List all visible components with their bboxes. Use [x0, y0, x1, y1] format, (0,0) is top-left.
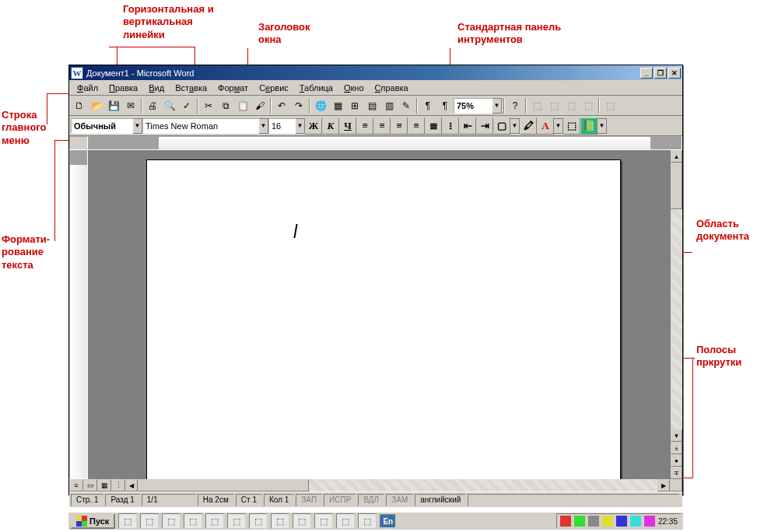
hscroll-thumb[interactable]: [138, 479, 309, 492]
scroll-left-icon[interactable]: ◀: [125, 479, 138, 492]
menu-window[interactable]: Окно: [339, 82, 369, 94]
font-color-icon[interactable]: A: [537, 117, 554, 135]
columns-icon[interactable]: ▥: [380, 97, 398, 114]
tray-icon-4[interactable]: [602, 516, 613, 527]
zoom-combo[interactable]: 75%: [454, 98, 492, 114]
extra-icon-1[interactable]: ⬚: [528, 97, 545, 114]
scroll-up-icon[interactable]: ▲: [671, 150, 682, 163]
font-color-dropdown-icon[interactable]: ▼: [554, 118, 563, 134]
quicklaunch-5[interactable]: ⬚: [205, 513, 224, 529]
quicklaunch-6[interactable]: ⬚: [227, 513, 246, 529]
quicklaunch-7[interactable]: ⬚: [249, 513, 268, 529]
mail-icon[interactable]: ✉: [122, 97, 139, 114]
tables-borders-icon[interactable]: ▦: [329, 97, 346, 114]
align-right-icon[interactable]: ≡: [391, 117, 408, 135]
size-dropdown-icon[interactable]: ▼: [296, 118, 305, 134]
extra-icon-4[interactable]: ⬚: [580, 97, 597, 114]
next-page-icon[interactable]: ∓: [671, 467, 682, 479]
lang-indicator[interactable]: En: [380, 514, 396, 528]
menu-help[interactable]: Справка: [370, 82, 413, 94]
print-icon[interactable]: 🖨: [144, 97, 161, 114]
quicklaunch-3[interactable]: ⬚: [162, 513, 180, 529]
help-icon[interactable]: ?: [506, 97, 524, 114]
horizontal-scrollbar[interactable]: ◀ ▶: [125, 479, 670, 492]
drawing-icon[interactable]: ✎: [398, 97, 415, 114]
status-trk[interactable]: ИСПР: [324, 494, 356, 506]
restore-button[interactable]: ❐: [654, 68, 667, 79]
quicklaunch-10[interactable]: ⬚: [314, 513, 333, 529]
page[interactable]: [146, 159, 621, 479]
font-combo[interactable]: Times New Roman: [142, 118, 259, 134]
extra-icon-5[interactable]: ⬚: [601, 97, 619, 114]
extra-fmt-1[interactable]: ⬚: [563, 117, 580, 135]
hyperlink-icon[interactable]: 🌐: [312, 97, 329, 114]
save-icon[interactable]: 💾: [105, 97, 122, 114]
browse-object-icon[interactable]: ●: [671, 454, 682, 467]
undo-icon[interactable]: ↶: [273, 97, 290, 114]
scroll-right-icon[interactable]: ▶: [657, 479, 670, 492]
style-dropdown-icon[interactable]: ▼: [133, 118, 142, 134]
tray-icon-3[interactable]: [588, 516, 599, 527]
cut-icon[interactable]: ✂: [200, 97, 217, 114]
web-view-icon[interactable]: ▭: [83, 479, 97, 492]
show-codes-icon[interactable]: ¶: [436, 97, 454, 114]
paste-icon[interactable]: 📋: [234, 97, 251, 114]
horizontal-ruler[interactable]: [88, 136, 682, 150]
quicklaunch-4[interactable]: ⬚: [184, 513, 202, 529]
borders-icon[interactable]: ▢: [493, 117, 510, 135]
menu-edit[interactable]: Правка: [104, 82, 142, 94]
quicklaunch-9[interactable]: ⬚: [293, 513, 311, 529]
bullet-list-icon[interactable]: ⫶: [442, 117, 459, 135]
new-doc-icon[interactable]: 🗋: [71, 97, 88, 114]
extra-icon-3[interactable]: ⬚: [562, 97, 580, 114]
align-justify-icon[interactable]: ≡: [408, 117, 425, 135]
bold-button[interactable]: Ж: [305, 117, 322, 135]
vertical-ruler[interactable]: [69, 150, 88, 479]
align-center-icon[interactable]: ≡: [373, 117, 391, 135]
print-preview-icon[interactable]: 🔍: [161, 97, 178, 114]
start-button[interactable]: Пуск: [70, 513, 115, 529]
resize-grip[interactable]: [670, 479, 682, 492]
quicklaunch-1[interactable]: ⬚: [118, 513, 137, 529]
status-rec[interactable]: ЗАП: [296, 494, 322, 506]
tray-icon-2[interactable]: [574, 516, 585, 527]
titlebar[interactable]: W Документ1 - Microsoft Word _ ❐ ✕: [69, 65, 682, 80]
insert-table-icon[interactable]: ⊞: [346, 97, 363, 114]
outline-view-icon[interactable]: ⋮: [111, 479, 125, 492]
underline-button[interactable]: Ч: [339, 117, 356, 135]
excel-icon[interactable]: ▤: [363, 97, 380, 114]
menu-tools[interactable]: Сервис: [254, 82, 293, 94]
highlight-icon[interactable]: 🖍: [520, 117, 537, 135]
extra-icon-2[interactable]: ⬚: [545, 97, 562, 114]
font-dropdown-icon[interactable]: ▼: [259, 118, 268, 134]
status-ext[interactable]: ВДЛ: [358, 494, 384, 506]
document-area[interactable]: [88, 150, 670, 479]
minimize-button[interactable]: _: [640, 68, 653, 79]
menu-format[interactable]: Формат: [213, 82, 253, 94]
open-icon[interactable]: 📂: [88, 97, 105, 114]
normal-view-icon[interactable]: ≡: [69, 479, 83, 492]
outdent-icon[interactable]: ⇤: [459, 117, 476, 135]
scroll-thumb[interactable]: [671, 163, 682, 209]
scroll-down-icon[interactable]: ▼: [671, 429, 682, 442]
doc-map-icon[interactable]: ¶: [419, 97, 436, 114]
indent-icon[interactable]: ⇥: [476, 117, 493, 135]
status-ovr[interactable]: ЗАМ: [386, 494, 413, 506]
zoom-dropdown-icon[interactable]: ▼: [492, 98, 502, 114]
borders-dropdown-icon[interactable]: ▼: [510, 118, 520, 134]
status-lang[interactable]: английский: [415, 494, 466, 506]
copy-icon[interactable]: ⧉: [217, 97, 234, 114]
vertical-scrollbar[interactable]: ▲ ▼ ± ● ∓: [670, 150, 682, 479]
style-combo[interactable]: Обычный: [71, 118, 133, 134]
extra-fmt-dropdown[interactable]: ▼: [598, 118, 607, 134]
print-view-icon[interactable]: ▦: [97, 479, 111, 492]
close-button[interactable]: ✕: [668, 68, 681, 79]
align-left-icon[interactable]: ≡: [356, 117, 373, 135]
format-painter-icon[interactable]: 🖌: [251, 97, 268, 114]
system-tray[interactable]: 22:35: [556, 513, 682, 529]
quicklaunch-12[interactable]: ⬚: [358, 513, 377, 529]
tray-icon-5[interactable]: [616, 516, 627, 527]
tray-icon-7[interactable]: [644, 516, 655, 527]
tray-icon-6[interactable]: [630, 516, 641, 527]
quicklaunch-11[interactable]: ⬚: [336, 513, 355, 529]
